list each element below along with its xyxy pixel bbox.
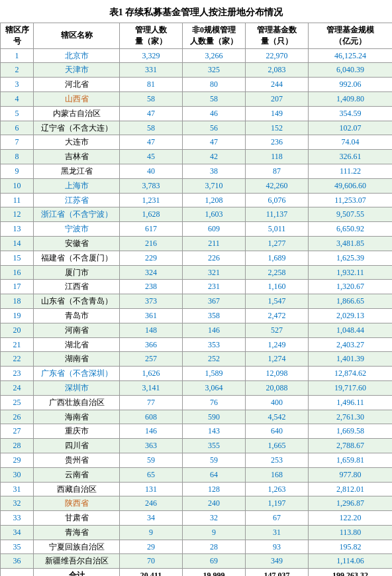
cell-name: 山东省（不含青岛）	[34, 294, 120, 309]
cell-funds: 93	[246, 540, 309, 554]
table-row: 16厦门市3243212,2581,932.11	[1, 265, 393, 280]
cell-name: 山西省	[34, 91, 120, 106]
table-row: 1北京市3,3293,26622,97046,125.24	[1, 48, 393, 63]
table-row: 19青岛市3613582,4722,029.13	[1, 308, 393, 323]
cell-name: 青海省	[34, 525, 120, 540]
cell-scale: 195.82	[309, 540, 393, 554]
cell-scale: 1,401.39	[309, 352, 393, 367]
cell-scale: 6,040.39	[309, 63, 393, 78]
cell-scale: 992.06	[309, 78, 393, 92]
cell-scale: 977.80	[309, 467, 393, 482]
cell-mgr: 146	[120, 424, 183, 439]
cell-scale: 1,625.39	[309, 251, 393, 265]
table-row: 4山西省58582071,409.80	[1, 91, 393, 106]
cell-funds: 42,260	[246, 178, 309, 193]
cell-scale: 3,481.85	[309, 236, 393, 251]
cell-mgr: 373	[120, 294, 183, 309]
cell-nonzero: 146	[183, 323, 246, 337]
cell-scale: 326.61	[309, 150, 393, 164]
cell-mgr: 216	[120, 236, 183, 251]
header-name: 辖区名称	[34, 23, 120, 49]
cell-scale: 1,114.06	[309, 554, 393, 569]
cell-funds: 244	[246, 78, 309, 92]
cell-name: 深圳市	[34, 380, 120, 395]
cell-funds: 527	[246, 323, 309, 337]
cell-mgr: 246	[120, 496, 183, 511]
cell-name: 江西省	[34, 280, 120, 294]
total-nonzero: 19,999	[183, 569, 246, 576]
cell-funds: 11,137	[246, 207, 309, 222]
cell-name: 甘肃省	[34, 511, 120, 526]
cell-funds: 4,542	[246, 410, 309, 424]
table-row: 20河南省1481465271,048.44	[1, 323, 393, 337]
cell-no: 6	[1, 121, 34, 135]
cell-mgr: 34	[120, 511, 183, 526]
cell-no: 15	[1, 251, 34, 265]
cell-name: 广东省（不含深圳）	[34, 367, 120, 381]
cell-funds: 31	[246, 525, 309, 540]
table-row: 13宁波市6176095,0116,650.92	[1, 222, 393, 237]
cell-mgr: 47	[120, 135, 183, 150]
table-row: 10上海市3,7833,71042,26049,606.60	[1, 178, 393, 193]
cell-name: 上海市	[34, 178, 120, 193]
cell-name: 厦门市	[34, 265, 120, 280]
cell-nonzero: 252	[183, 352, 246, 367]
total-scale: 199,263.32	[309, 569, 393, 576]
cell-funds: 349	[246, 554, 309, 569]
cell-nonzero: 28	[183, 540, 246, 554]
cell-name: 新疆维吾尔自治区	[34, 554, 120, 569]
table-row: 36新疆维吾尔自治区70693491,114.06	[1, 554, 393, 569]
cell-no: 32	[1, 496, 34, 511]
cell-nonzero: 32	[183, 511, 246, 526]
cell-funds: 2,258	[246, 265, 309, 280]
cell-name: 宁波市	[34, 222, 120, 237]
header-nonzero: 非0规模管理人数量（家）	[183, 23, 246, 49]
cell-nonzero: 56	[183, 121, 246, 135]
table-row: 8吉林省4542118326.61	[1, 150, 393, 164]
cell-mgr: 70	[120, 554, 183, 569]
cell-funds: 2,083	[246, 63, 309, 78]
cell-name: 广西壮族自治区	[34, 395, 120, 410]
cell-nonzero: 38	[183, 164, 246, 178]
cell-mgr: 148	[120, 323, 183, 337]
cell-no: 21	[1, 337, 34, 352]
table-row: 14安徽省2162111,2773,481.85	[1, 236, 393, 251]
cell-no: 33	[1, 511, 34, 526]
cell-funds: 1,274	[246, 352, 309, 367]
table-row: 11江苏省1,2311,2086,07611,253.07	[1, 193, 393, 207]
cell-no: 23	[1, 367, 34, 381]
table-row: 25广西壮族自治区77764001,496.11	[1, 395, 393, 410]
table-row: 34青海省9931113.80	[1, 525, 393, 540]
table-row: 9黑龙江省403887111.22	[1, 164, 393, 178]
cell-scale: 11,253.07	[309, 193, 393, 207]
cell-nonzero: 1,603	[183, 207, 246, 222]
cell-mgr: 617	[120, 222, 183, 237]
cell-no: 29	[1, 453, 34, 467]
cell-no: 27	[1, 424, 34, 439]
cell-name: 吉林省	[34, 150, 120, 164]
table-row: 17江西省2382311,1601,320.67	[1, 280, 393, 294]
cell-funds: 12,098	[246, 367, 309, 381]
cell-nonzero: 1,589	[183, 367, 246, 381]
table-row: 24深圳市3,1413,06420,08819,717.60	[1, 380, 393, 395]
cell-mgr: 81	[120, 78, 183, 92]
cell-no: 34	[1, 525, 34, 540]
cell-funds: 1,160	[246, 280, 309, 294]
table-row: 27重庆市1461436401,669.58	[1, 424, 393, 439]
cell-scale: 1,320.67	[309, 280, 393, 294]
cell-nonzero: 240	[183, 496, 246, 511]
cell-mgr: 257	[120, 352, 183, 367]
cell-name: 黑龙江省	[34, 164, 120, 178]
cell-no: 4	[1, 91, 34, 106]
cell-scale: 1,409.80	[309, 91, 393, 106]
cell-funds: 168	[246, 467, 309, 482]
cell-scale: 9,507.55	[309, 207, 393, 222]
header-mgr: 管理人数量（家）	[120, 23, 183, 49]
cell-mgr: 58	[120, 91, 183, 106]
cell-name: 贵州省	[34, 453, 120, 467]
cell-nonzero: 64	[183, 467, 246, 482]
cell-no: 14	[1, 236, 34, 251]
cell-funds: 1,689	[246, 251, 309, 265]
cell-no: 11	[1, 193, 34, 207]
cell-nonzero: 367	[183, 294, 246, 309]
